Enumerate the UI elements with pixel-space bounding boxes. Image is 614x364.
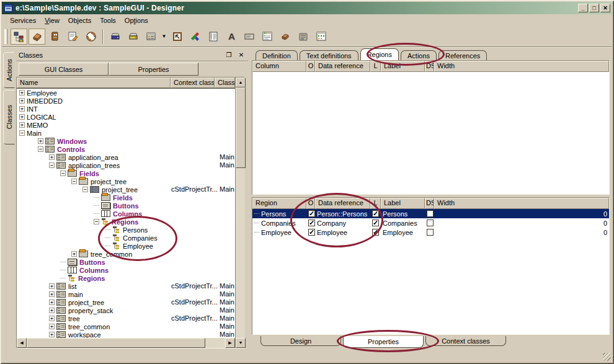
tree-item-windows[interactable]: +Windows: [17, 137, 235, 145]
tree-item-imbedded[interactable]: +IMBEDDED: [17, 97, 235, 105]
tab-actions[interactable]: Actions: [401, 50, 437, 60]
import-box-icon[interactable]: [169, 29, 185, 45]
tree-item-employee[interactable]: +Employee: [17, 89, 235, 97]
collapse-icon[interactable]: −: [49, 162, 55, 168]
menu-item-objects[interactable]: Objects: [64, 16, 96, 25]
region-row-companies[interactable]: CompaniesCompanyCompanies0: [252, 218, 609, 228]
expand-icon[interactable]: +: [19, 122, 25, 128]
tree-column-header-context-class[interactable]: Context class: [171, 78, 215, 88]
tree-item-controls[interactable]: −Controls: [17, 145, 235, 153]
tree-item-companies[interactable]: Companies: [17, 234, 235, 242]
collapse-icon[interactable]: −: [71, 179, 77, 184]
tree-item-regions[interactable]: −Regions: [17, 218, 235, 226]
toolbar-grip[interactable]: [4, 29, 7, 44]
tree-item-fields[interactable]: Fields: [17, 193, 235, 202]
expand-icon[interactable]: +: [49, 308, 55, 313]
button-icon[interactable]: [241, 29, 257, 45]
hierarchy-icon[interactable]: [11, 29, 27, 45]
tab-properties[interactable]: Properties: [109, 63, 198, 76]
tree-item-tree[interactable]: +treecStdProjectTr...Main: [17, 314, 235, 322]
expand-icon[interactable]: +: [49, 283, 55, 289]
close-panel-icon[interactable]: ✕: [237, 51, 246, 59]
expand-icon[interactable]: +: [49, 332, 55, 337]
expand-icon[interactable]: +: [71, 251, 77, 257]
tree-item-buttons[interactable]: Buttons: [17, 258, 235, 266]
column-header-label[interactable]: Label: [381, 198, 425, 209]
tree-column-header-class[interactable]: Class: [215, 78, 235, 88]
expand-icon[interactable]: +: [49, 291, 55, 297]
tree-item-columns[interactable]: Columns: [17, 210, 235, 218]
horizontal-scroll-thumb[interactable]: [27, 338, 205, 348]
bottom-tab-context-classes[interactable]: Context classes: [425, 336, 506, 346]
tree-item-main[interactable]: +mainMain: [17, 290, 235, 298]
bottom-tab-properties[interactable]: Properties: [343, 336, 424, 348]
tab-references[interactable]: References: [438, 50, 487, 60]
eraser-icon[interactable]: [29, 29, 45, 45]
machine-icon[interactable]: [295, 29, 311, 45]
tree-item-application-area[interactable]: +application_areaMain: [17, 153, 235, 161]
output-checkbox[interactable]: [308, 229, 315, 236]
column-header-ds[interactable]: DS: [425, 61, 434, 72]
expand-icon[interactable]: +: [19, 106, 25, 112]
expand-icon[interactable]: +: [49, 316, 55, 321]
maximize-button[interactable]: □: [589, 4, 599, 12]
expand-icon[interactable]: +: [49, 324, 55, 329]
menu-item-services[interactable]: Services: [6, 16, 40, 25]
expand-icon[interactable]: +: [19, 98, 25, 104]
column-header-data-reference[interactable]: Data reference: [315, 61, 370, 72]
tree-item-tree-common[interactable]: +tree_commonMain: [17, 322, 235, 331]
edit-note-icon[interactable]: [65, 29, 81, 45]
expand-icon[interactable]: +: [19, 114, 25, 120]
tab-gui-classes[interactable]: GUI Classes: [19, 63, 109, 76]
column-header-column[interactable]: Column: [252, 61, 306, 72]
output-checkbox[interactable]: [308, 220, 315, 226]
chevron-down-icon[interactable]: ▼: [160, 29, 168, 45]
book-icon[interactable]: [47, 29, 63, 45]
bottom-tab-design[interactable]: Design: [260, 336, 341, 346]
minimize-button[interactable]: _: [578, 4, 588, 12]
resize-grip[interactable]: [603, 353, 611, 361]
collapse-icon[interactable]: −: [38, 146, 43, 152]
eraser-3d-icon[interactable]: [277, 29, 293, 45]
ds-checkbox[interactable]: [427, 220, 434, 226]
column-header-l[interactable]: L: [370, 61, 381, 72]
label-flag-checkbox[interactable]: [372, 220, 379, 226]
tree-item-buttons[interactable]: Buttons: [17, 202, 235, 210]
tree-item-logical[interactable]: +LOGICAL: [17, 113, 235, 121]
expand-icon[interactable]: +: [49, 300, 55, 305]
column-header-data-reference[interactable]: Data reference: [315, 198, 370, 209]
label-flag-checkbox[interactable]: [372, 229, 379, 236]
tree-item-project-tree[interactable]: +project_treecStdProjectTr...Main: [17, 298, 235, 306]
menu-item-view[interactable]: View: [40, 16, 64, 25]
tree-item-employee[interactable]: Employee: [17, 242, 235, 250]
clock-icon[interactable]: [82, 29, 99, 45]
tree-item-tree-common[interactable]: +tree_common: [17, 250, 235, 258]
font-icon[interactable]: AA: [223, 29, 239, 45]
column-header-ds[interactable]: DS: [425, 198, 434, 209]
side-tab-actions[interactable]: Actions: [3, 52, 15, 88]
tree-item-regions[interactable]: Regions: [17, 274, 235, 282]
region-row-employee[interactable]: EmployeeEmployeeEmployee0: [252, 228, 609, 237]
window-grid-icon[interactable]: [313, 29, 329, 45]
tree-item-persons[interactable]: Persons: [17, 226, 235, 234]
tree-column-header-name[interactable]: Name: [17, 78, 171, 88]
collapse-icon[interactable]: −: [60, 171, 66, 176]
collapse-icon[interactable]: −: [82, 187, 88, 192]
horizontal-scrollbar[interactable]: ◀ ▶: [17, 338, 235, 348]
form-dropdown-icon[interactable]: [143, 29, 159, 45]
tree-item-property-stack[interactable]: +property_stackMain: [17, 306, 235, 314]
ribbon-icon[interactable]: [187, 29, 203, 45]
scroll-right-icon[interactable]: ▶: [225, 338, 235, 348]
expand-icon[interactable]: +: [49, 154, 55, 160]
scroll-down-icon[interactable]: ▼: [236, 338, 246, 348]
vertical-scroll-thumb[interactable]: [236, 87, 246, 168]
ds-checkbox[interactable]: [427, 210, 434, 217]
drive-network-icon[interactable]: [107, 29, 123, 45]
vertical-scrollbar[interactable]: ▲ ▼: [235, 78, 245, 348]
menu-item-options[interactable]: Options: [120, 16, 153, 25]
column-header-o[interactable]: O: [306, 61, 315, 72]
column-header-l[interactable]: L: [370, 198, 381, 209]
collapse-icon[interactable]: −: [19, 130, 25, 136]
close-button[interactable]: ✕: [600, 4, 610, 12]
report-icon[interactable]: [205, 29, 221, 45]
